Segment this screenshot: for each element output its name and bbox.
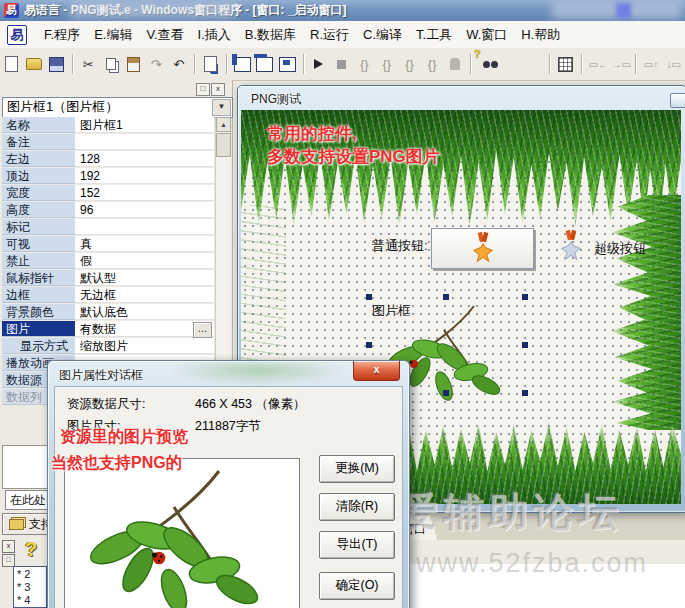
step-into-icon[interactable]: {} (354, 54, 375, 75)
stop-icon[interactable] (331, 54, 352, 75)
leaf-branch-preview-image (69, 461, 294, 608)
open-file-icon[interactable] (24, 54, 45, 75)
chevron-down-icon[interactable]: ▼ (212, 99, 231, 116)
clear-button[interactable]: 清除(R) (319, 493, 395, 521)
selection-handle[interactable] (366, 342, 372, 348)
export-button[interactable]: 导出(T) (319, 531, 395, 559)
redaction-blur (616, 3, 631, 18)
property-row-height[interactable]: 高度96 (2, 202, 214, 219)
selection-handle[interactable] (522, 390, 528, 396)
run-to-cursor-icon[interactable]: {} (422, 54, 443, 75)
property-row-display-mode[interactable]: 显示方式缩放图片 (2, 338, 214, 355)
dialog-annotation-line2: 当然也支持PNG的 (51, 453, 182, 474)
save-icon[interactable] (46, 54, 67, 75)
property-row-left[interactable]: 左边128 (2, 151, 214, 168)
menubar: 易 F.程序 E.编辑 V.查看 I.插入 B.数据库 R.运行 C.编译 T.… (0, 21, 685, 49)
aero-glass-tint (168, 361, 348, 385)
dialog-annotation-line1: 资源里的图片预览 (60, 427, 188, 448)
form-window-title: PNG测试 (251, 91, 301, 108)
property-panel-header: □ x (0, 82, 230, 96)
run-icon[interactable] (309, 54, 330, 75)
ellipsis-button[interactable]: … (193, 322, 212, 338)
redaction-blur (70, 3, 235, 18)
find-in-code-icon[interactable] (200, 54, 221, 75)
property-row-bgcolor[interactable]: 背景颜色默认底色 (2, 304, 214, 321)
menu-compile[interactable]: C.编译 (356, 23, 409, 47)
menu-view[interactable]: V.查看 (139, 23, 190, 47)
form-minimize-button[interactable] (670, 93, 685, 108)
align-bottom-icon[interactable]: ↓▭ (663, 54, 684, 75)
silver-star-icon[interactable] (557, 229, 585, 265)
menu-help[interactable]: H.帮助 (514, 23, 567, 47)
resource-size-label: 资源数据尺寸: (67, 396, 145, 413)
property-row-border[interactable]: 边框无边框 (2, 287, 214, 304)
annotation-line2: 多数支持设置PNG图片 (267, 145, 440, 168)
help-icon[interactable]: ? (25, 538, 37, 561)
selection-handle[interactable] (366, 294, 372, 300)
property-row-note[interactable]: 备注 (2, 134, 214, 151)
scroll-up-icon[interactable]: ▲ (216, 117, 231, 132)
menu-tools[interactable]: T.工具 (409, 23, 459, 47)
app-logo-icon: 易 (4, 3, 19, 18)
mini-list[interactable]: * 2 * 3 * 4 (13, 566, 47, 608)
property-row-picture[interactable]: 图片有数据… (2, 321, 214, 338)
menu-run[interactable]: R.运行 (303, 23, 356, 47)
undo-icon[interactable]: ↶ (168, 54, 189, 75)
new-file-icon[interactable] (1, 54, 22, 75)
menu-insert[interactable]: I.插入 (191, 23, 238, 47)
property-row-cursor[interactable]: 鼠标指针默认型 (2, 270, 214, 287)
step-over-icon[interactable]: {} (377, 54, 398, 75)
property-row-visible[interactable]: 可视真 (2, 236, 214, 253)
layout-left-icon[interactable] (232, 54, 253, 75)
menu-window[interactable]: W.窗口 (459, 23, 514, 47)
picture-properties-dialog[interactable]: 图片属性对话框 x 资源数据尺寸: 466 X 453 （像素） 图片尺寸: 2… (47, 360, 410, 608)
app-window: 易 易语言 - PNG测试.e - Windows窗口程序 - [窗口: _启动… (0, 0, 685, 608)
cut-icon[interactable]: ✂ (78, 54, 99, 75)
menu-database[interactable]: B.数据库 (238, 23, 303, 47)
normal-button-label: 普通按钮: (372, 237, 428, 255)
dialog-close-button[interactable]: x (353, 361, 400, 381)
menu-program[interactable]: F.程序 (37, 23, 87, 47)
ok-button[interactable]: 确定(O) (319, 572, 395, 600)
panel-restore-icon[interactable]: □ (196, 83, 210, 96)
dialog-title: 图片属性对话框 (59, 367, 143, 384)
property-row-top[interactable]: 顶边192 (2, 168, 214, 185)
annotation-line1: 常用的控件, (267, 122, 357, 145)
pause-icon[interactable] (444, 54, 465, 75)
form-grid-icon[interactable] (555, 54, 576, 75)
menu-edit[interactable]: E.编辑 (87, 23, 139, 47)
property-row-disabled[interactable]: 禁止假 (2, 253, 214, 270)
list-item[interactable]: * 4 (17, 594, 46, 607)
panel-close-icon[interactable]: x (211, 83, 225, 96)
orange-star-icon (469, 231, 497, 267)
align-right-icon[interactable]: →▭ (609, 54, 630, 75)
mini-close-icon[interactable]: x (2, 540, 15, 553)
scrollbar-thumb[interactable] (216, 133, 231, 157)
selection-handle[interactable] (443, 294, 449, 300)
selection-handle[interactable] (522, 294, 528, 300)
dialog-body: 资源数据尺寸: 466 X 453 （像素） 图片尺寸: 211887字节 (54, 386, 403, 608)
property-row-width[interactable]: 宽度152 (2, 185, 214, 202)
list-item[interactable]: * 3 (17, 581, 46, 594)
library-cards-icon (9, 519, 24, 530)
paste-icon[interactable] (123, 54, 144, 75)
search-icon[interactable]: ? (476, 54, 497, 75)
align-left-icon[interactable]: ▭← (587, 54, 608, 75)
layout-bottom-icon[interactable] (277, 54, 298, 75)
watermark-url: www.52fzba.com (416, 548, 648, 579)
control-selector-dropdown[interactable]: 图片框1（图片框） ▼ (2, 97, 233, 118)
align-top-icon[interactable]: ▭↑ (641, 54, 662, 75)
app-logo-icon: 易 (7, 25, 27, 45)
selection-handle[interactable] (522, 342, 528, 348)
normal-button[interactable] (431, 228, 534, 269)
selection-handle[interactable] (443, 390, 449, 396)
picture-size-value: 211887字节 (195, 418, 261, 435)
layout-top-icon[interactable] (254, 54, 275, 75)
copy-icon[interactable] (101, 54, 122, 75)
redo-icon[interactable]: ↷ (146, 54, 167, 75)
property-row-tag[interactable]: 标记 (2, 219, 214, 236)
step-out-icon[interactable]: {} (399, 54, 420, 75)
property-row-name[interactable]: 名称图片框1 (2, 117, 214, 134)
list-item[interactable]: * 2 (17, 568, 46, 581)
replace-button[interactable]: 更换(M) (319, 455, 395, 483)
